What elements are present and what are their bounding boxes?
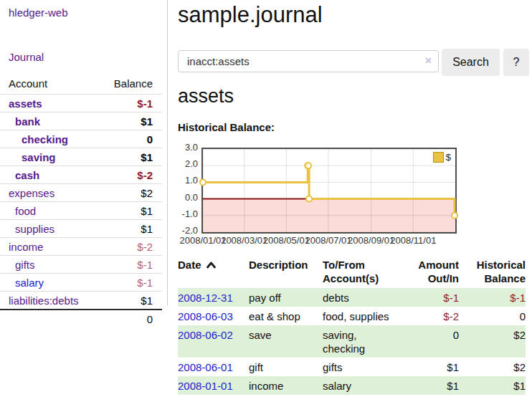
account-balance: $-1 [100, 95, 162, 112]
account-row: food$1 [0, 202, 162, 220]
page-title: sample.journal [178, 2, 323, 28]
sidebar-account-assets[interactable]: assets [9, 97, 42, 110]
brand-link[interactable]: hledger-web [9, 6, 68, 19]
register-col-date[interactable]: Date [178, 257, 249, 288]
account-row: gifts$-1 [0, 256, 162, 274]
register-date-link[interactable]: 2008-12-31 [178, 292, 233, 304]
register-row: 2008-06-03eat & shopfood, supplies$-20 [178, 307, 526, 325]
y-axis-tick-label: -2.0 [178, 226, 198, 236]
register-balance: 0 [459, 307, 526, 325]
account-name-cell: assets [0, 95, 100, 112]
sidebar-account-gifts[interactable]: gifts [15, 259, 35, 271]
sidebar-account-bank[interactable]: bank [15, 115, 40, 128]
account-title: assets [178, 85, 234, 107]
accounts-col-balance: Balance [100, 77, 162, 95]
account-name-cell: cash [0, 166, 100, 184]
account-balance: $1 [100, 148, 162, 166]
data-point-marker [452, 213, 457, 219]
register-balance: $2 [459, 358, 526, 376]
register-description: save [249, 325, 323, 358]
account-name-cell: supplies [0, 220, 100, 238]
register-date-link[interactable]: 2008-01-01 [178, 380, 233, 392]
data-point-marker [200, 179, 206, 185]
register-balance: $-1 [459, 288, 526, 307]
accounts-total-value: 0 [100, 310, 162, 327]
y-axis-tick-label: 1.0 [178, 176, 198, 186]
register-date-cell: 2008-06-01 [178, 358, 249, 376]
register-date-link[interactable]: 2008-06-03 [178, 310, 233, 322]
accounts-col-account: Account [0, 77, 100, 95]
help-button[interactable]: ? [503, 49, 529, 76]
register-col-description: Description [249, 257, 323, 288]
sidebar-account-saving[interactable]: saving [22, 151, 56, 163]
register-date-link[interactable]: 2008-06-01 [178, 361, 233, 373]
data-point-marker [306, 196, 312, 202]
register-description: pay off [249, 288, 323, 307]
series-swatch-icon [433, 152, 444, 163]
register-description: income [249, 376, 323, 395]
sidebar-account-food[interactable]: food [15, 205, 36, 217]
x-axis-tick-label: 2008/09/01 [348, 235, 394, 246]
register-table: DateDescriptionTo/From Account(s)Amount … [178, 257, 526, 395]
register-date-cell: 2008-06-02 [178, 325, 249, 358]
account-row: liabilities:debts$1 [0, 292, 162, 310]
account-row: income$-2 [0, 238, 162, 256]
y-axis-tick-label: 2.0 [178, 159, 198, 169]
x-axis-tick-label: 2008/07/01 [305, 235, 351, 246]
account-row: salary$-1 [0, 274, 162, 292]
account-balance: $1 [100, 112, 162, 130]
register-amount: $-2 [403, 307, 459, 325]
account-balance: $1 [100, 202, 162, 220]
register-balance: $2 [459, 325, 526, 358]
sidebar-account-checking[interactable]: checking [22, 133, 68, 145]
sidebar-account-supplies[interactable]: supplies [15, 223, 54, 235]
sidebar-account-liabilities-debts[interactable]: liabilities:debts [9, 294, 79, 307]
account-name-cell: checking [0, 130, 100, 148]
register-row: 2008-06-01giftgifts$1$2 [178, 358, 526, 376]
register-date-cell: 2008-06-03 [178, 307, 249, 325]
accounts-table: Account Balance assets$-1bank$1checking0… [0, 77, 162, 327]
account-name-cell: salary [0, 274, 100, 292]
register-date-cell: 2008-01-01 [178, 376, 249, 395]
register-accounts: salary [323, 376, 403, 395]
register-row: 2008-01-01incomesalary$1$1 [178, 376, 526, 395]
register-accounts: gifts [323, 358, 403, 376]
register-description: gift [249, 358, 323, 376]
search-button[interactable]: Search [442, 49, 500, 76]
account-balance: $-1 [100, 274, 162, 292]
data-point-marker [305, 163, 311, 168]
register-date-link[interactable]: 2008-06-02 [178, 329, 233, 341]
search-input[interactable] [178, 50, 439, 72]
account-row: expenses$2 [0, 184, 162, 202]
register-row: 2008-12-31pay offdebts$-1$-1 [178, 288, 526, 307]
account-row: supplies$1 [0, 220, 162, 238]
register-description: eat & shop [249, 307, 323, 325]
y-axis-tick-label: -1.0 [178, 209, 198, 219]
account-balance: $-2 [100, 238, 162, 256]
register-row: 2008-06-02savesaving, checking0$2 [178, 325, 526, 358]
sidebar-account-expenses[interactable]: expenses [9, 187, 54, 199]
chart-legend: $ [432, 152, 452, 163]
register-date-cell: 2008-12-31 [178, 288, 249, 307]
sidebar-account-cash[interactable]: cash [15, 169, 39, 181]
chart-title: Historical Balance: [178, 121, 275, 133]
y-axis-tick-label: 0.0 [178, 193, 198, 203]
sidebar-divider [167, 0, 168, 306]
x-axis-tick-label: 2008/11/01 [390, 235, 436, 246]
account-balance: $-1 [100, 256, 162, 274]
sidebar-account-income[interactable]: income [9, 241, 43, 253]
clear-search-icon[interactable]: × [425, 54, 432, 68]
account-row: bank$1 [0, 112, 162, 130]
x-axis-tick-label: 2008/01/01 [179, 235, 226, 246]
account-name-cell: saving [0, 148, 100, 166]
main-content: sample.journal × Search ? assets Histori… [178, 0, 532, 417]
sidebar-item-journal[interactable]: Journal [9, 51, 44, 63]
account-name-cell: gifts [0, 256, 100, 274]
sidebar-account-salary[interactable]: salary [15, 277, 44, 289]
register-accounts: food, supplies [323, 307, 403, 325]
account-balance: $-2 [100, 166, 162, 184]
x-axis-tick-label: 2008/05/01 [263, 235, 310, 246]
balance-chart-plot[interactable]: $ [201, 148, 457, 234]
register-amount: $1 [403, 376, 459, 395]
register-header-row: DateDescriptionTo/From Account(s)Amount … [178, 257, 526, 288]
